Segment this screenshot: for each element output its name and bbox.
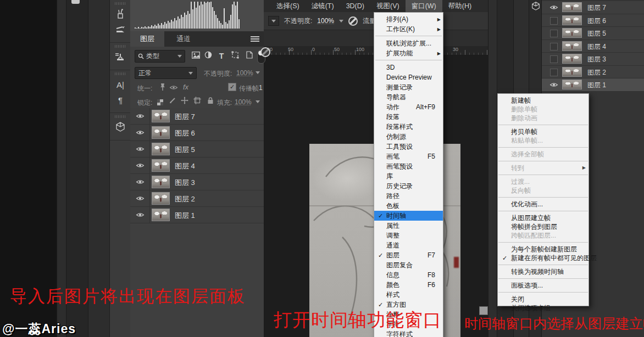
layer-thumbnail[interactable] — [152, 192, 170, 205]
window-menu-item[interactable]: 信息F8 — [374, 270, 443, 280]
unify-position-icon[interactable] — [158, 82, 168, 92]
lock-pixels-icon[interactable] — [168, 97, 177, 106]
filter-adjustment-layers-icon[interactable] — [203, 51, 213, 61]
window-menu-item[interactable]: 工作区(K)▶ — [374, 24, 443, 34]
lock-position-icon[interactable] — [180, 97, 190, 106]
window-menu-item[interactable]: 段落样式 — [374, 122, 443, 132]
threed-panel-icon[interactable] — [114, 121, 127, 134]
visibility-checkbox[interactable] — [550, 69, 558, 76]
clone-source-panel-icon[interactable] — [114, 51, 127, 64]
window-menu-item[interactable]: 导航器 — [374, 92, 443, 102]
brush-panel-icon[interactable] — [114, 8, 127, 21]
window-menu-item[interactable]: 扩展功能▶ — [374, 48, 443, 58]
window-menu-item[interactable]: 路径 — [374, 191, 443, 201]
layer-row[interactable]: 图层 6 — [130, 125, 264, 141]
unify-style-icon[interactable]: fx — [181, 82, 191, 92]
window-menu-item[interactable]: 图层复合 — [374, 260, 443, 270]
visibility-checkbox[interactable] — [550, 55, 558, 63]
frames-menu-item[interactable]: 拷贝单帧 — [498, 127, 589, 136]
filter-shape-layers-icon[interactable] — [230, 51, 240, 61]
frames-menu-item[interactable]: 从图层建立帧 — [498, 214, 589, 222]
brush-presets-panel-icon[interactable] — [114, 24, 127, 37]
grip-handle-icon[interactable] — [115, 45, 126, 48]
chevron-down-icon[interactable] — [339, 20, 343, 23]
paragraph-panel-icon[interactable]: ¶ — [114, 94, 127, 107]
layer-row[interactable]: 图层 7 — [130, 108, 264, 125]
threed-panel-icon[interactable] — [531, 1, 542, 12]
tab-channels[interactable]: 通道 — [166, 31, 201, 47]
menubar-item[interactable]: 选择(S) — [270, 0, 306, 12]
filter-pixel-layers-icon[interactable] — [191, 51, 201, 61]
window-menu-item[interactable]: 历史记录 — [374, 181, 443, 191]
frames-menu-item[interactable]: 优化动画... — [498, 200, 589, 209]
filter-smart-objects-icon[interactable] — [245, 51, 254, 61]
layer-row[interactable]: 图层 4 — [130, 158, 264, 174]
opacity-value[interactable]: 100% — [317, 17, 334, 25]
layer-row[interactable]: 图层 5 — [130, 141, 264, 158]
chevron-down-icon[interactable] — [256, 71, 260, 74]
layer-thumbnail[interactable] — [152, 176, 170, 188]
eye-icon[interactable] — [549, 4, 558, 10]
layer-row[interactable]: 图层 6 — [542, 14, 644, 27]
frames-menu-item[interactable]: 关闭选项卡组 — [498, 304, 589, 312]
frames-menu-item[interactable]: ✓新建在所有帧中都可见的图层 — [498, 254, 589, 262]
menubar-item[interactable]: 3D(D) — [340, 0, 370, 12]
layer-thumbnail[interactable] — [562, 2, 582, 12]
window-menu-item[interactable]: 联机浏览扩展... — [374, 38, 443, 48]
window-menu-item[interactable]: ✓时间轴 — [374, 211, 443, 221]
eye-icon[interactable] — [130, 190, 150, 206]
panel-menu-icon[interactable] — [251, 36, 259, 42]
layer-thumbnail[interactable] — [562, 15, 582, 25]
layer-row[interactable]: 图层 2 — [542, 66, 644, 79]
brush-preset-picker[interactable] — [268, 16, 279, 26]
frames-menu-item[interactable]: 新建帧 — [498, 96, 589, 105]
layer-row[interactable]: 图层 4 — [542, 40, 644, 53]
layer-row[interactable]: 图层 3 — [542, 53, 644, 66]
resize-handle[interactable] — [479, 306, 488, 315]
unify-visibility-icon[interactable] — [169, 83, 179, 93]
opacity-value[interactable]: 100% — [236, 69, 253, 77]
lock-artboard-icon[interactable] — [192, 97, 202, 106]
layer-thumbnail[interactable] — [562, 28, 582, 38]
layer-row[interactable]: 图层 1 — [542, 78, 644, 92]
window-menu-item[interactable]: 3D — [374, 63, 443, 72]
layer-thumbnail[interactable] — [152, 126, 170, 139]
window-menu-item[interactable]: ✓图层F7 — [374, 250, 443, 260]
grip-handle-icon[interactable] — [115, 72, 126, 75]
layer-row[interactable]: 图层 3 — [130, 174, 264, 190]
fill-value[interactable]: 100% — [235, 98, 252, 106]
lock-transparency-icon[interactable] — [155, 98, 165, 108]
layer-row[interactable]: 图层 1 — [130, 207, 264, 223]
window-menu-item[interactable]: 段落 — [374, 112, 443, 122]
eye-icon[interactable] — [130, 207, 150, 223]
grip-handle-icon[interactable] — [115, 2, 126, 5]
window-menu-item[interactable]: 属性 — [374, 221, 443, 231]
window-menu-item[interactable]: 排列(A)▶ — [374, 14, 443, 24]
layer-thumbnail[interactable] — [152, 110, 170, 122]
eye-icon[interactable] — [130, 174, 150, 190]
frames-menu-item[interactable]: 为每个新帧创建新图层 — [498, 245, 589, 254]
layer-thumbnail[interactable] — [152, 143, 170, 155]
frames-menu-item[interactable]: 转换为视频时间轴 — [498, 267, 589, 276]
window-menu-item[interactable]: 工具预设 — [374, 142, 443, 151]
window-menu-item[interactable]: 画笔预设 — [374, 161, 443, 171]
window-menu-item[interactable]: 调整 — [374, 231, 443, 240]
window-menu-item[interactable]: Device Preview — [374, 72, 443, 82]
window-menu-item[interactable]: 动作Alt+F9 — [374, 102, 443, 112]
layer-thumbnail[interactable] — [152, 159, 170, 172]
frames-menu-item[interactable]: 面板选项... — [498, 281, 589, 290]
layer-thumbnail[interactable] — [562, 67, 582, 77]
menubar-item[interactable]: 视图(V) — [370, 0, 406, 12]
blend-mode-select[interactable]: 正常 — [135, 67, 197, 79]
filter-type-layers-icon[interactable]: T — [216, 51, 226, 61]
layer-thumbnail[interactable] — [562, 80, 582, 89]
tab-layers[interactable]: 图层 — [130, 31, 164, 47]
frames-menu-item[interactable]: 关闭 — [498, 295, 589, 304]
filter-type-select[interactable]: 类型 — [135, 50, 185, 63]
window-menu-item[interactable]: 仿制源 — [374, 132, 443, 142]
eye-icon[interactable] — [130, 158, 150, 173]
layer-thumbnail[interactable] — [562, 41, 582, 51]
pressure-opacity-icon[interactable] — [348, 16, 358, 26]
layer-row[interactable]: 图层 5 — [542, 27, 644, 40]
visibility-checkbox[interactable] — [550, 17, 558, 25]
